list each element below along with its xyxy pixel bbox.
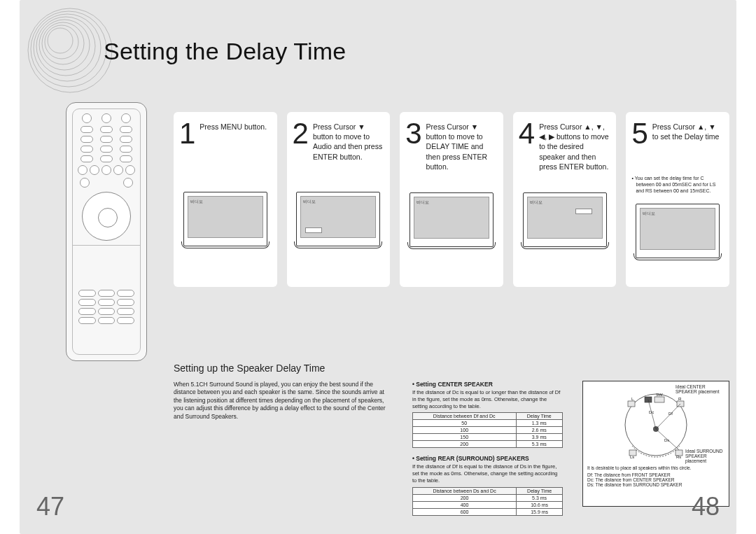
ideal-surround-label: Ideal SURROUND SPEAKER placement bbox=[685, 449, 724, 463]
page-number-right: 48 bbox=[692, 492, 720, 521]
step-card: 5 Press Cursor ▲, ▼ to set the Delay tim… bbox=[626, 112, 729, 287]
step-number: 2 bbox=[293, 119, 309, 148]
step-text: Press Cursor ▼ button to move to Audio a… bbox=[313, 119, 384, 162]
step-text: Press Cursor ▲, ▼, ◀, ▶ buttons to move … bbox=[539, 119, 610, 171]
step-number: 5 bbox=[631, 119, 648, 148]
tv-screen-icon: 비디오 bbox=[636, 204, 720, 258]
step-text: Press Cursor ▼ button to move to DELAY T… bbox=[426, 119, 498, 171]
center-delay-table: Distance between Df and DcDelay Time 501… bbox=[412, 412, 563, 448]
setup-tables: • Setting CENTER SPEAKER If the distance… bbox=[412, 381, 563, 523]
center-speaker-heading: • Setting CENTER SPEAKER bbox=[412, 381, 563, 388]
diagram-caption: It is desirable to place all speakers wi… bbox=[587, 465, 724, 471]
step-text: Press Cursor ▲, ▼ to set the Delay time bbox=[652, 119, 724, 141]
step-text: Press MENU button. bbox=[200, 119, 267, 132]
diagram-legend: Df: The distance from FRONT SPEAKER Dc: … bbox=[587, 472, 724, 487]
center-speaker-text: If the distance of Dc is equal to or lon… bbox=[412, 389, 563, 409]
svg-rect-11 bbox=[654, 397, 664, 402]
svg-text:R: R bbox=[678, 397, 682, 401]
manual-page: Setting the Delay Time 1 Press bbox=[20, 0, 736, 534]
svg-text:Ds: Ds bbox=[664, 438, 669, 442]
step-card: 2 Press Cursor ▼ button to move to Audio… bbox=[287, 112, 391, 287]
page-title: Setting the Delay Time bbox=[104, 38, 346, 65]
svg-point-4 bbox=[39, 20, 90, 70]
svg-line-16 bbox=[648, 400, 656, 429]
ideal-center-label: Ideal CENTER SPEAKER placement bbox=[676, 384, 724, 394]
tv-screen-icon: 비디오 bbox=[410, 192, 493, 247]
tv-screen-icon: 비디오 bbox=[523, 192, 607, 247]
setup-body-text: When 5.1CH Surround Sound is played, you… bbox=[174, 381, 393, 523]
svg-text:Ls: Ls bbox=[630, 455, 634, 459]
svg-point-2 bbox=[34, 14, 101, 81]
rear-delay-table: Distance between Ds and DcDelay Time 200… bbox=[412, 487, 563, 516]
steps-row: 1 Press MENU button. 비디오 2 Press Cursor … bbox=[174, 112, 729, 287]
svg-text:Rs: Rs bbox=[676, 455, 681, 459]
svg-point-6 bbox=[45, 25, 78, 59]
svg-text:SW: SW bbox=[656, 393, 663, 397]
step-card: 3 Press Cursor ▼ button to move to DELAY… bbox=[400, 112, 503, 287]
svg-point-7 bbox=[48, 28, 73, 53]
svg-text:Dc: Dc bbox=[649, 410, 654, 414]
step-number: 4 bbox=[519, 119, 535, 148]
step-card: 1 Press MENU button. 비디오 bbox=[174, 112, 277, 287]
page-number-left: 47 bbox=[36, 492, 64, 521]
svg-text:L: L bbox=[631, 397, 634, 401]
speaker-placement-diagram: Ideal CENTER SPEAKER placement bbox=[582, 381, 729, 507]
tv-screen-icon: 비디오 bbox=[183, 192, 267, 246]
setup-heading: Setting up the Speaker Delay Time bbox=[174, 363, 729, 374]
svg-point-5 bbox=[42, 22, 84, 64]
svg-text:Df: Df bbox=[668, 412, 673, 416]
svg-text:C: C bbox=[646, 393, 650, 397]
svg-rect-9 bbox=[628, 401, 635, 407]
step-note: • You can set the delay time for C betwe… bbox=[631, 175, 724, 194]
step-number: 3 bbox=[405, 119, 421, 148]
svg-line-17 bbox=[656, 404, 680, 429]
remote-control-illustration bbox=[66, 102, 147, 361]
rear-speaker-text: If the distance of Df is equal to the di… bbox=[412, 463, 563, 484]
step-card: 4 Press Cursor ▲, ▼, ◀, ▶ buttons to mov… bbox=[513, 112, 617, 287]
remote-dpad-icon bbox=[82, 192, 131, 241]
tv-screen-icon: 비디오 bbox=[296, 192, 380, 246]
setup-section: Setting up the Speaker Delay Time When 5… bbox=[174, 363, 729, 523]
step-number: 1 bbox=[179, 119, 195, 148]
rear-speaker-heading: • Setting REAR (SURROUND) SPEAKERS bbox=[412, 455, 563, 462]
svg-point-0 bbox=[28, 8, 112, 92]
